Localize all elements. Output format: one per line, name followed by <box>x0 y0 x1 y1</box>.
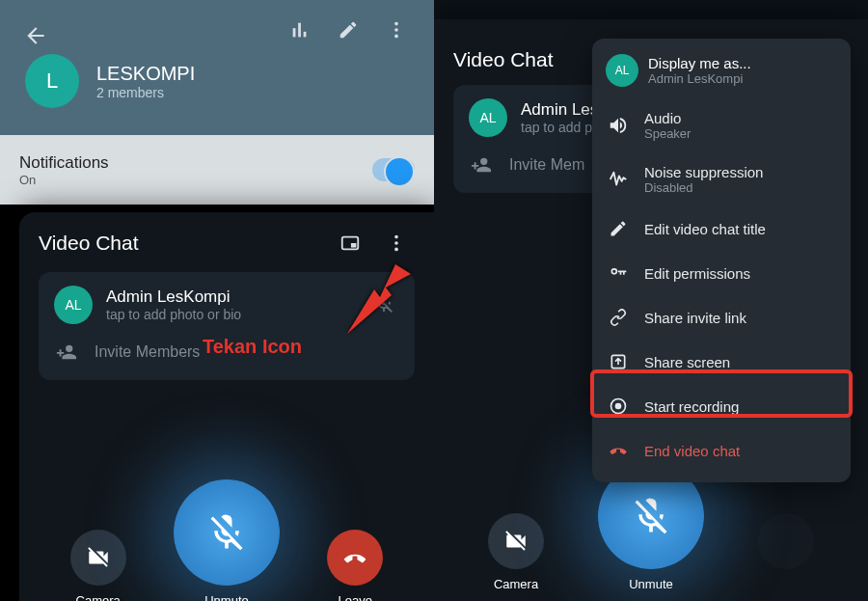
menu-item-share-link[interactable]: Share invite link <box>592 295 851 340</box>
add-person-icon <box>471 154 492 176</box>
menu-item-edit-title[interactable]: Edit video chat title <box>592 206 851 251</box>
invite-label: Invite Members <box>95 343 200 361</box>
participant-name: Admin Les <box>521 100 598 120</box>
participant-sub: tap to add photo or bio <box>106 307 241 322</box>
menu-item-sub: Speaker <box>644 126 691 141</box>
menu-item-label: Share screen <box>644 354 730 370</box>
menu-item-audio[interactable]: AudioSpeaker <box>592 98 851 152</box>
notifications-toggle[interactable] <box>372 158 415 181</box>
share-screen-icon <box>608 351 629 372</box>
participant-name: Admin LesKompi <box>106 287 241 307</box>
menu-item-label: Noise suppression <box>644 164 763 180</box>
menu-item-label: Edit video chat title <box>644 221 766 237</box>
leave-button[interactable] <box>327 530 383 586</box>
camera-button[interactable] <box>488 513 544 569</box>
call-controls: Camera Unmute Leave <box>19 479 434 601</box>
more-icon[interactable] <box>386 232 407 254</box>
menu-item-label: Audio <box>644 110 681 126</box>
record-icon <box>608 396 629 417</box>
right-screenshot: Video Chat AL Admin Les tap to add p Inv… <box>434 0 868 601</box>
notifications-row[interactable]: Notifications On <box>0 135 434 205</box>
unmute-label: Unmute <box>204 593 249 601</box>
participant-row[interactable]: AL Admin LesKompi tap to add photo or bi… <box>54 286 399 324</box>
menu-item-label: Edit permissions <box>644 265 750 282</box>
notifications-label: Notifications <box>19 153 109 173</box>
video-chat-title: Video Chat <box>453 48 554 71</box>
video-chat-panel: Video Chat AL Admin LesKompi tap to add … <box>19 212 434 601</box>
notifications-status: On <box>19 173 109 187</box>
unmute-button[interactable] <box>174 479 280 586</box>
menu-item-label: Start recording <box>644 398 739 415</box>
group-members: 2 members <box>96 85 195 100</box>
menu-item-permissions[interactable]: Edit permissions <box>592 251 851 295</box>
menu-item-label: Share invite link <box>644 310 746 326</box>
pencil-icon[interactable] <box>338 19 359 41</box>
more-icon[interactable] <box>386 19 407 41</box>
speaker-icon <box>608 115 629 136</box>
group-name: LESKOMPI <box>96 63 195 85</box>
leave-label: Leave <box>339 593 372 601</box>
add-person-icon <box>56 341 77 363</box>
camera-label: Camera <box>76 593 121 601</box>
menu-item-end-chat[interactable]: End video chat <box>592 428 851 473</box>
group-header: L LESKOMPI 2 members <box>0 0 434 135</box>
poll-icon[interactable] <box>289 19 311 41</box>
hangup-icon <box>608 440 629 461</box>
mic-off-icon <box>372 291 395 314</box>
participant-avatar: AL <box>54 286 93 324</box>
menu-item-label: End video chat <box>644 443 740 459</box>
menu-item-share-screen[interactable]: Share screen <box>592 340 851 384</box>
menu-item-record[interactable]: Start recording <box>592 384 851 428</box>
invite-label: Invite Mem <box>509 156 584 174</box>
participant-avatar: AL <box>469 98 507 137</box>
video-chat-title: Video Chat <box>39 232 139 255</box>
participant-sub: tap to add p <box>521 120 598 135</box>
menu-avatar: AL <box>606 54 638 87</box>
pencil-icon <box>608 218 629 239</box>
left-screenshot: L LESKOMPI 2 members Notifications On Vi… <box>0 0 434 601</box>
noise-icon <box>608 169 629 190</box>
menu-item-noise[interactable]: Noise suppressionDisabled <box>592 152 851 206</box>
camera-label: Camera <box>494 577 538 591</box>
group-avatar[interactable]: L <box>25 54 79 108</box>
menu-item-sub: Disabled <box>644 180 763 195</box>
unmute-label: Unmute <box>629 577 673 591</box>
menu-header[interactable]: AL Display me as... Admin LesKompi <box>592 48 851 98</box>
pip-icon[interactable] <box>339 232 361 254</box>
invite-members-row[interactable]: Invite Members <box>54 338 399 367</box>
key-icon <box>608 262 629 284</box>
participants-card: AL Admin LesKompi tap to add photo or bi… <box>39 272 415 380</box>
back-icon[interactable] <box>23 23 48 48</box>
options-menu: AL Display me as... Admin LesKompi Audio… <box>592 39 851 482</box>
menu-header-sub: Admin LesKompi <box>648 71 751 86</box>
link-icon <box>608 307 629 328</box>
menu-header-title: Display me as... <box>648 55 751 71</box>
camera-button[interactable] <box>70 530 126 586</box>
leave-button[interactable] <box>758 513 814 569</box>
